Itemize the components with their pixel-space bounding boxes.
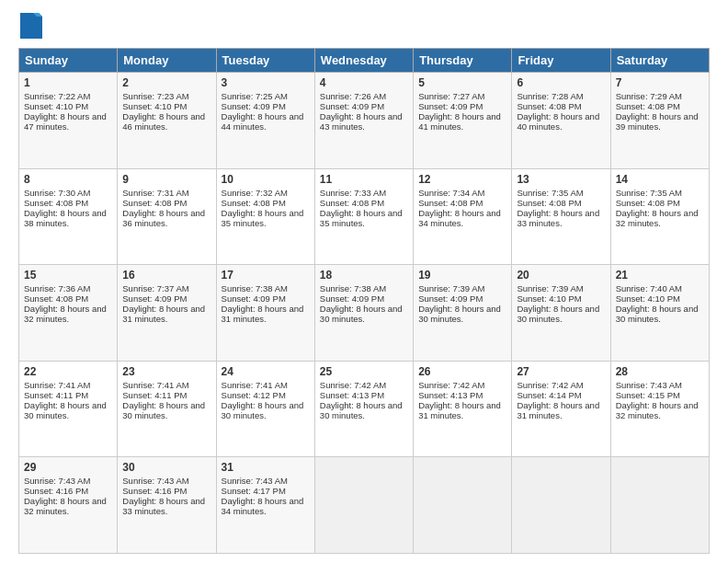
daylight-text: Daylight: 8 hours and 31 minutes. [517, 400, 599, 420]
calendar-cell: 29Sunrise: 7:43 AMSunset: 4:16 PMDayligh… [19, 457, 118, 554]
calendar-cell [314, 457, 413, 554]
daylight-text: Daylight: 8 hours and 31 minutes. [222, 304, 304, 324]
week-row-4: 22Sunrise: 7:41 AMSunset: 4:11 PMDayligh… [19, 361, 710, 457]
day-number: 2 [122, 76, 210, 89]
day-number: 22 [24, 365, 112, 378]
daylight-text: Daylight: 8 hours and 41 minutes. [418, 111, 501, 132]
calendar-cell: 15Sunrise: 7:36 AMSunset: 4:08 PMDayligh… [19, 265, 118, 362]
calendar-cell: 5Sunrise: 7:27 AMSunset: 4:09 PMDaylight… [414, 73, 512, 169]
sunset-text: Sunset: 4:16 PM [24, 486, 88, 496]
sunset-text: Sunset: 4:11 PM [122, 390, 187, 400]
calendar-cell: 13Sunrise: 7:35 AMSunset: 4:08 PMDayligh… [512, 168, 610, 265]
sunrise-text: Sunrise: 7:23 AM [122, 91, 188, 101]
calendar-cell: 8Sunrise: 7:30 AMSunset: 4:08 PMDaylight… [19, 168, 118, 265]
calendar-cell: 31Sunrise: 7:43 AMSunset: 4:17 PMDayligh… [216, 457, 314, 554]
sunrise-text: Sunrise: 7:31 AM [122, 188, 188, 198]
logo [18, 15, 42, 39]
day-number: 6 [517, 76, 605, 89]
sunrise-text: Sunrise: 7:26 AM [320, 91, 386, 101]
weekday-header-wednesday: Wednesday [314, 49, 413, 73]
day-number: 19 [418, 269, 506, 282]
day-number: 3 [222, 76, 310, 89]
sunset-text: Sunset: 4:10 PM [517, 293, 581, 304]
header [18, 15, 710, 39]
sunset-text: Sunset: 4:08 PM [517, 198, 581, 208]
week-row-3: 15Sunrise: 7:36 AMSunset: 4:08 PMDayligh… [19, 265, 710, 362]
sunrise-text: Sunrise: 7:35 AM [517, 188, 583, 198]
sunset-text: Sunset: 4:09 PM [222, 293, 286, 304]
sunrise-text: Sunrise: 7:38 AM [320, 283, 386, 293]
sunset-text: Sunset: 4:09 PM [320, 101, 384, 111]
calendar-cell: 3Sunrise: 7:25 AMSunset: 4:09 PMDaylight… [216, 73, 314, 169]
sunrise-text: Sunrise: 7:42 AM [320, 380, 386, 390]
calendar-cell [610, 457, 709, 554]
weekday-header-friday: Friday [512, 49, 610, 73]
sunrise-text: Sunrise: 7:28 AM [517, 91, 583, 101]
weekday-header-monday: Monday [118, 49, 216, 73]
sunset-text: Sunset: 4:08 PM [320, 198, 384, 208]
sunrise-text: Sunrise: 7:41 AM [122, 380, 188, 390]
sunset-text: Sunset: 4:17 PM [222, 486, 286, 496]
sunrise-text: Sunrise: 7:42 AM [517, 380, 583, 390]
calendar-cell: 30Sunrise: 7:43 AMSunset: 4:16 PMDayligh… [118, 457, 216, 554]
daylight-text: Daylight: 8 hours and 46 minutes. [122, 111, 205, 132]
day-number: 7 [616, 76, 704, 89]
sunrise-text: Sunrise: 7:35 AM [616, 188, 682, 198]
calendar-cell: 28Sunrise: 7:43 AMSunset: 4:15 PMDayligh… [610, 361, 709, 457]
calendar-cell: 9Sunrise: 7:31 AMSunset: 4:08 PMDaylight… [118, 168, 216, 265]
daylight-text: Daylight: 8 hours and 32 minutes. [24, 304, 107, 324]
sunrise-text: Sunrise: 7:27 AM [418, 91, 484, 101]
sunset-text: Sunset: 4:08 PM [122, 198, 187, 208]
sunset-text: Sunset: 4:08 PM [418, 198, 483, 208]
sunset-text: Sunset: 4:09 PM [418, 101, 483, 111]
daylight-text: Daylight: 8 hours and 34 minutes. [418, 208, 501, 228]
svg-marker-0 [20, 13, 42, 39]
day-number: 12 [418, 173, 506, 186]
sunrise-text: Sunrise: 7:38 AM [222, 283, 288, 293]
calendar-cell: 17Sunrise: 7:38 AMSunset: 4:09 PMDayligh… [216, 265, 314, 362]
day-number: 29 [24, 461, 112, 474]
calendar-cell: 7Sunrise: 7:29 AMSunset: 4:08 PMDaylight… [610, 73, 709, 169]
day-number: 25 [320, 365, 408, 378]
daylight-text: Daylight: 8 hours and 43 minutes. [320, 111, 403, 132]
sunset-text: Sunset: 4:12 PM [222, 390, 286, 400]
weekday-header-tuesday: Tuesday [216, 49, 314, 73]
daylight-text: Daylight: 8 hours and 31 minutes. [418, 400, 501, 420]
day-number: 26 [418, 365, 506, 378]
daylight-text: Daylight: 8 hours and 30 minutes. [24, 400, 107, 420]
calendar-cell: 10Sunrise: 7:32 AMSunset: 4:08 PMDayligh… [216, 168, 314, 265]
sunset-text: Sunset: 4:13 PM [418, 390, 483, 400]
sunrise-text: Sunrise: 7:36 AM [24, 283, 90, 293]
sunrise-text: Sunrise: 7:25 AM [222, 91, 288, 101]
sunrise-text: Sunrise: 7:37 AM [122, 283, 188, 293]
day-number: 4 [320, 76, 408, 89]
day-number: 31 [222, 461, 310, 474]
day-number: 18 [320, 269, 408, 282]
sunset-text: Sunset: 4:10 PM [24, 101, 88, 111]
sunrise-text: Sunrise: 7:32 AM [222, 188, 288, 198]
sunrise-text: Sunrise: 7:42 AM [418, 380, 484, 390]
sunset-text: Sunset: 4:08 PM [517, 101, 581, 111]
weekday-header-sunday: Sunday [19, 49, 118, 73]
daylight-text: Daylight: 8 hours and 35 minutes. [222, 208, 304, 228]
calendar-cell: 19Sunrise: 7:39 AMSunset: 4:09 PMDayligh… [414, 265, 512, 362]
page: SundayMondayTuesdayWednesdayThursdayFrid… [0, 0, 728, 563]
daylight-text: Daylight: 8 hours and 44 minutes. [222, 111, 304, 132]
calendar-cell: 11Sunrise: 7:33 AMSunset: 4:08 PMDayligh… [314, 168, 413, 265]
daylight-text: Daylight: 8 hours and 30 minutes. [418, 304, 501, 324]
daylight-text: Daylight: 8 hours and 32 minutes. [616, 208, 699, 228]
sunrise-text: Sunrise: 7:41 AM [222, 380, 288, 390]
daylight-text: Daylight: 8 hours and 35 minutes. [320, 208, 403, 228]
day-number: 10 [222, 173, 310, 186]
day-number: 5 [418, 76, 506, 89]
calendar-cell: 6Sunrise: 7:28 AMSunset: 4:08 PMDaylight… [512, 73, 610, 169]
calendar-cell: 18Sunrise: 7:38 AMSunset: 4:09 PMDayligh… [314, 265, 413, 362]
sunrise-text: Sunrise: 7:41 AM [24, 380, 90, 390]
daylight-text: Daylight: 8 hours and 30 minutes. [222, 400, 304, 420]
sunset-text: Sunset: 4:08 PM [616, 101, 680, 111]
calendar-table: SundayMondayTuesdayWednesdayThursdayFrid… [18, 48, 710, 554]
sunrise-text: Sunrise: 7:29 AM [616, 91, 682, 101]
day-number: 14 [616, 173, 704, 186]
day-number: 13 [517, 173, 605, 186]
daylight-text: Daylight: 8 hours and 33 minutes. [122, 496, 205, 516]
